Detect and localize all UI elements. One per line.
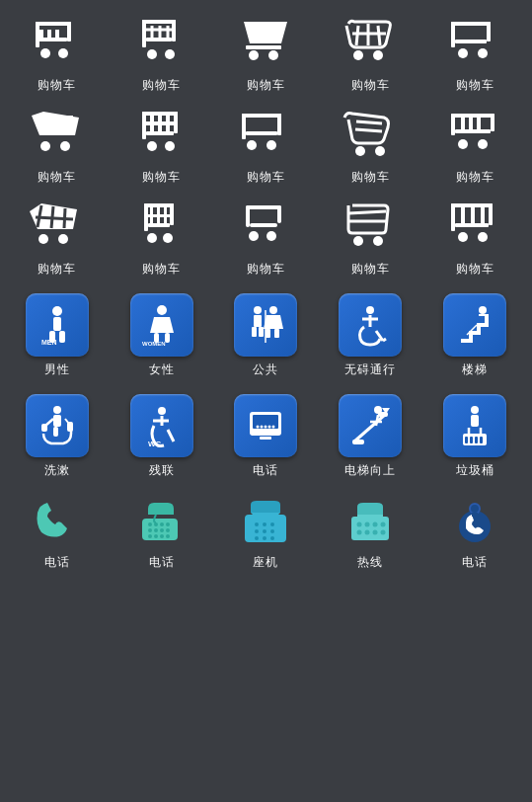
cart-label: 购物车 — [351, 169, 390, 186]
phone5-label: 电话 — [462, 554, 488, 571]
list-item: WC 残联 — [110, 386, 214, 487]
public-toilet-icon — [234, 293, 297, 357]
phone3-label: 座机 — [253, 554, 278, 571]
svg-rect-160 — [260, 437, 271, 440]
phone1-label: 电话 — [44, 554, 70, 571]
svg-line-60 — [356, 121, 382, 123]
svg-point-37 — [478, 48, 488, 58]
shopping-cart-icon — [445, 201, 504, 256]
svg-rect-172 — [475, 437, 478, 443]
svg-rect-104 — [461, 207, 465, 223]
facility-row-1: MEN 男性 WOMEN 女性 — [0, 285, 532, 386]
svg-point-71 — [458, 139, 468, 149]
svg-rect-57 — [246, 131, 277, 135]
svg-point-205 — [372, 530, 377, 535]
phone-blue-label: 电话 — [253, 462, 278, 479]
svg-rect-83 — [148, 223, 170, 227]
svg-rect-66 — [491, 114, 494, 131]
list-item: 公共 — [214, 285, 319, 386]
svg-point-114 — [157, 305, 167, 315]
list-item: 购物车 — [422, 10, 527, 102]
stairs-label: 楼梯 — [462, 361, 488, 378]
svg-point-177 — [160, 522, 164, 526]
cart-label: 购物车 — [456, 77, 494, 94]
svg-rect-39 — [43, 116, 73, 119]
svg-rect-121 — [252, 327, 257, 337]
svg-point-98 — [353, 236, 363, 246]
svg-rect-69 — [469, 118, 473, 129]
women-label: 女性 — [149, 361, 175, 378]
svg-point-188 — [255, 522, 259, 526]
phone-row: 电话 — [0, 487, 532, 579]
cart-label: 购物车 — [351, 77, 390, 94]
escalator-up-icon — [339, 394, 402, 457]
accessible-icon — [339, 293, 402, 357]
svg-point-107 — [458, 232, 468, 242]
svg-line-26 — [356, 26, 358, 45]
list-item: 热线 — [318, 487, 422, 579]
svg-point-167 — [471, 406, 479, 414]
svg-point-43 — [60, 141, 70, 151]
svg-rect-198 — [357, 515, 383, 519]
svg-rect-47 — [146, 131, 174, 135]
cart-row-3: 购物车 购物车 购物车 — [0, 194, 532, 285]
trash-icon — [443, 394, 506, 457]
svg-point-186 — [166, 534, 170, 538]
svg-rect-68 — [461, 118, 465, 129]
list-item: 购物车 — [110, 194, 214, 285]
svg-point-191 — [255, 529, 259, 533]
svg-rect-10 — [142, 20, 176, 24]
shopping-cart-icon — [341, 18, 400, 72]
svg-rect-197 — [351, 517, 389, 540]
list-item: 购物车 — [318, 102, 422, 194]
svg-rect-21 — [250, 32, 281, 35]
svg-point-8 — [58, 48, 68, 58]
svg-point-31 — [373, 50, 383, 60]
svg-rect-170 — [465, 437, 468, 443]
svg-point-180 — [154, 528, 158, 532]
svg-point-157 — [265, 430, 267, 433]
svg-point-151 — [261, 426, 264, 429]
svg-point-108 — [478, 232, 488, 242]
svg-point-181 — [160, 528, 164, 532]
svg-rect-209 — [472, 513, 478, 517]
svg-point-203 — [356, 530, 361, 535]
svg-rect-34 — [487, 22, 491, 41]
shopping-cart-icon — [28, 18, 87, 72]
men-label: 男性 — [44, 361, 70, 378]
svg-rect-92 — [277, 205, 281, 223]
svg-rect-126 — [274, 329, 279, 338]
shopping-cart-icon — [341, 201, 400, 256]
svg-point-190 — [270, 522, 274, 526]
phone1-icon — [28, 495, 87, 549]
list-item: 电话 — [422, 487, 527, 579]
list-item: 楼梯 — [422, 285, 527, 386]
cart-row-1: 购物车 购物车 购物车 — [0, 10, 532, 102]
svg-point-204 — [364, 530, 369, 535]
list-item: 购物车 — [5, 102, 110, 194]
svg-rect-106 — [481, 207, 485, 223]
svg-point-208 — [470, 504, 480, 514]
svg-point-17 — [147, 49, 157, 59]
svg-point-72 — [478, 139, 488, 149]
svg-rect-11 — [172, 20, 176, 41]
svg-text:WOMEN: WOMEN — [142, 341, 166, 347]
svg-rect-110 — [53, 317, 61, 331]
svg-rect-4 — [39, 30, 43, 41]
svg-point-158 — [268, 430, 271, 433]
svg-point-42 — [40, 141, 50, 151]
svg-rect-33 — [451, 22, 491, 26]
svg-point-109 — [52, 306, 62, 316]
svg-rect-100 — [451, 203, 455, 231]
phone4-label: 热线 — [357, 554, 383, 571]
svg-rect-174 — [142, 519, 178, 540]
svg-rect-1 — [36, 22, 71, 26]
shopping-cart-icon — [132, 201, 191, 256]
accessible-label: 无碍通行 — [344, 361, 396, 378]
cart-label: 购物车 — [456, 261, 494, 278]
svg-point-152 — [265, 426, 267, 429]
svg-rect-117 — [165, 333, 170, 343]
svg-rect-70 — [477, 118, 481, 129]
svg-point-53 — [165, 141, 175, 151]
list-item: 电梯向上 — [318, 386, 422, 487]
